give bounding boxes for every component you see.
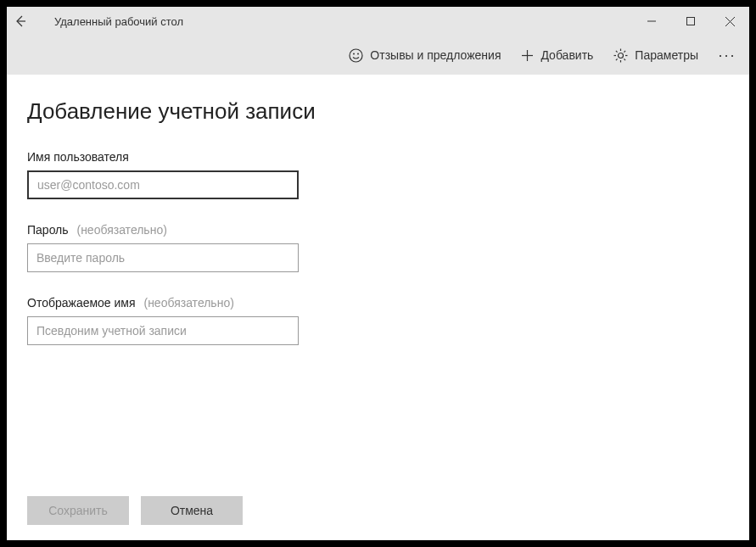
- window-title: Удаленный рабочий стол: [54, 15, 183, 28]
- svg-rect-2: [687, 18, 695, 25]
- settings-button[interactable]: Параметры: [605, 43, 707, 68]
- feedback-button[interactable]: Отзывы и предложения: [340, 43, 509, 68]
- content-area: Добавление учетной записи Имя пользовате…: [7, 75, 749, 540]
- window-controls: [632, 7, 749, 36]
- close-button[interactable]: [710, 7, 749, 36]
- ellipsis-icon: ···: [718, 47, 736, 64]
- svg-line-17: [624, 50, 626, 52]
- page-title: Добавление учетной записи: [27, 98, 729, 125]
- password-group: Пароль (необязательно): [27, 223, 729, 272]
- svg-line-15: [616, 50, 618, 52]
- username-group: Имя пользователя: [27, 150, 729, 199]
- minimize-icon: [647, 17, 656, 25]
- minimize-button[interactable]: [632, 7, 671, 36]
- displayname-optional-text: (необязательно): [143, 296, 233, 310]
- add-label: Добавить: [540, 48, 593, 62]
- password-optional-text: (необязательно): [76, 223, 166, 237]
- cancel-button[interactable]: Отмена: [141, 496, 243, 525]
- smiley-icon: [349, 48, 363, 63]
- app-window: Удаленный рабочий стол Отзывы и предложе…: [0, 0, 756, 547]
- button-row: Сохранить Отмена: [27, 496, 243, 525]
- displayname-group: Отображаемое имя (необязательно): [27, 296, 729, 345]
- svg-point-6: [353, 53, 355, 54]
- username-label: Имя пользователя: [27, 150, 729, 164]
- plus-icon: [521, 49, 534, 62]
- svg-point-10: [619, 53, 624, 58]
- displayname-label-text: Отображаемое имя: [27, 296, 136, 310]
- command-bar: Отзывы и предложения Добавить Параметры …: [7, 36, 749, 75]
- password-label: Пароль (необязательно): [27, 223, 729, 237]
- titlebar: Удаленный рабочий стол: [7, 7, 749, 36]
- password-input[interactable]: [27, 243, 299, 272]
- save-button[interactable]: Сохранить: [27, 496, 129, 525]
- settings-label: Параметры: [635, 48, 698, 62]
- svg-line-16: [624, 59, 626, 60]
- add-button[interactable]: Добавить: [512, 43, 602, 67]
- gear-icon: [613, 48, 628, 63]
- username-input[interactable]: [27, 170, 299, 199]
- password-label-text: Пароль: [27, 223, 69, 237]
- svg-line-18: [616, 59, 618, 60]
- displayname-input[interactable]: [27, 316, 299, 345]
- feedback-label: Отзывы и предложения: [370, 48, 501, 62]
- svg-point-7: [357, 53, 359, 54]
- username-label-text: Имя пользователя: [27, 150, 129, 164]
- displayname-label: Отображаемое имя (необязательно): [27, 296, 729, 310]
- maximize-button[interactable]: [671, 7, 710, 36]
- more-button[interactable]: ···: [710, 47, 744, 64]
- back-button[interactable]: [14, 14, 48, 28]
- svg-point-5: [350, 49, 362, 62]
- back-arrow-icon: [14, 14, 27, 28]
- maximize-icon: [686, 17, 695, 25]
- close-icon: [725, 17, 735, 26]
